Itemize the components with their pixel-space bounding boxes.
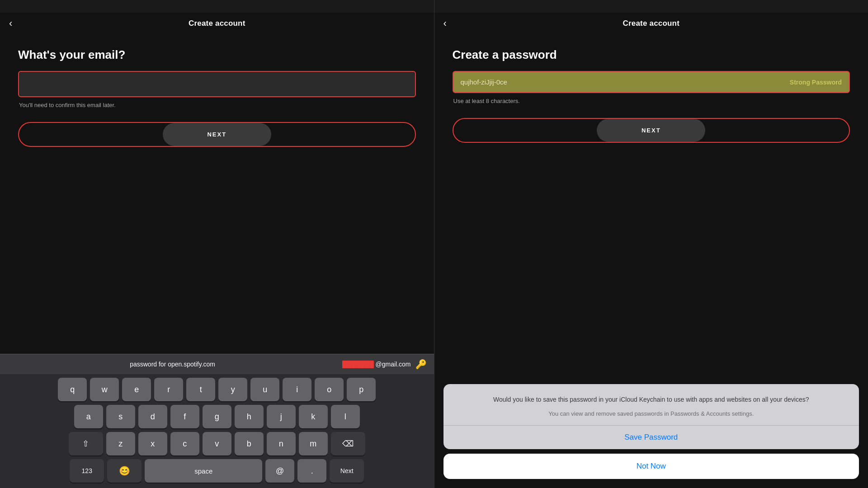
right-nav-header: ‹ Create account <box>434 13 868 34</box>
left-content: What's your email? You'll need to confir… <box>0 34 434 354</box>
right-next-button-wrapper: NEXT <box>453 118 850 143</box>
left-status-bar <box>0 0 434 13</box>
email-input-wrapper <box>18 71 416 97</box>
right-content: Create a password qujhof-ziJjij-0ce Stro… <box>434 34 868 375</box>
key-at[interactable]: @ <box>265 459 294 483</box>
next-button-wrapper: NEXT <box>18 122 416 147</box>
key-g[interactable]: g <box>203 405 231 428</box>
keychain-prompt: Would you like to save this password in … <box>443 384 859 449</box>
keychain-message: Would you like to save this password in … <box>443 384 859 425</box>
key-m[interactable]: m <box>299 432 328 455</box>
key-t[interactable]: t <box>186 378 215 401</box>
strong-password-label: Strong Password <box>790 79 842 86</box>
key-y[interactable]: y <box>218 378 247 401</box>
keychain-title: Would you like to save this password in … <box>453 395 850 404</box>
left-next-button[interactable]: NEXT <box>163 123 271 146</box>
password-input-wrapper: qujhof-ziJjij-0ce Strong Password <box>453 71 850 93</box>
password-value: qujhof-ziJjij-0ce <box>461 78 790 86</box>
right-page-heading: Create a password <box>453 48 850 62</box>
key-q[interactable]: q <box>58 378 87 401</box>
left-page-heading: What's your email? <box>18 48 416 62</box>
password-input-hint: Use at least 8 characters. <box>453 98 850 104</box>
right-phone-screen: ‹ Create account Create a password qujho… <box>434 0 868 488</box>
key-d[interactable]: d <box>138 405 167 428</box>
key-backspace[interactable]: ⌫ <box>331 432 365 455</box>
key-row-4: 123 😊 space @ . Next <box>2 459 432 483</box>
key-n[interactable]: n <box>267 432 296 455</box>
key-x[interactable]: x <box>138 432 167 455</box>
left-nav-header: ‹ Create account <box>0 13 434 34</box>
keyboard-rows: q w e r t y u i o p a s d f g h j k <box>0 374 434 488</box>
key-l[interactable]: l <box>331 405 360 428</box>
right-status-bar <box>434 0 868 13</box>
left-phone-screen: ‹ Create account What's your email? You'… <box>0 0 434 488</box>
keyboard-suggestion-bar: password for open.spotify.com ███████ @g… <box>0 354 434 374</box>
key-e[interactable]: e <box>122 378 151 401</box>
key-p[interactable]: p <box>347 378 376 401</box>
key-space[interactable]: space <box>145 459 262 483</box>
keyboard: q w e r t y u i o p a s d f g h j k <box>0 374 434 488</box>
key-row-3: ⇧ z x c v b n m ⌫ <box>2 432 432 455</box>
left-nav-title: Create account <box>189 19 245 28</box>
key-h[interactable]: h <box>235 405 264 428</box>
left-back-button[interactable]: ‹ <box>9 18 12 29</box>
key-next[interactable]: Next <box>330 459 364 483</box>
suggestion-text: password for open.spotify.com <box>7 361 338 368</box>
key-w[interactable]: w <box>90 378 119 401</box>
key-i[interactable]: i <box>283 378 311 401</box>
not-now-wrapper: Not Now <box>443 454 859 479</box>
key-c[interactable]: c <box>170 432 199 455</box>
key-b[interactable]: b <box>235 432 264 455</box>
key-a[interactable]: a <box>74 405 103 428</box>
key-numbers[interactable]: 123 <box>70 459 104 483</box>
key-row-2: a s d f g h j k l <box>2 405 432 428</box>
save-password-button[interactable]: Save Password <box>443 426 859 449</box>
keychain-subtitle: You can view and remove saved passwords … <box>453 410 850 418</box>
key-period[interactable]: . <box>297 459 326 483</box>
key-k[interactable]: k <box>299 405 328 428</box>
key-icon: 🔑 <box>415 359 427 370</box>
key-shift[interactable]: ⇧ <box>69 432 103 455</box>
right-nav-title: Create account <box>623 19 679 28</box>
key-emoji[interactable]: 😊 <box>107 459 142 483</box>
suggestion-email[interactable]: ███████ @gmail.com <box>342 361 410 368</box>
right-next-button[interactable]: NEXT <box>597 119 705 142</box>
key-s[interactable]: s <box>106 405 135 428</box>
key-r[interactable]: r <box>154 378 183 401</box>
right-bottom: Would you like to save this password in … <box>434 375 868 488</box>
key-z[interactable]: z <box>106 432 135 455</box>
email-domain: @gmail.com <box>375 361 410 368</box>
key-v[interactable]: v <box>203 432 231 455</box>
key-o[interactable]: o <box>315 378 344 401</box>
email-input-hint: You'll need to confirm this email later. <box>19 102 416 108</box>
key-f[interactable]: f <box>170 405 199 428</box>
email-input[interactable] <box>19 72 415 96</box>
key-j[interactable]: j <box>267 405 296 428</box>
key-row-1: q w e r t y u i o p <box>2 378 432 401</box>
right-back-button[interactable]: ‹ <box>443 18 447 29</box>
not-now-button[interactable]: Not Now <box>443 454 859 479</box>
redacted-email: ███████ <box>342 361 373 368</box>
key-u[interactable]: u <box>250 378 279 401</box>
